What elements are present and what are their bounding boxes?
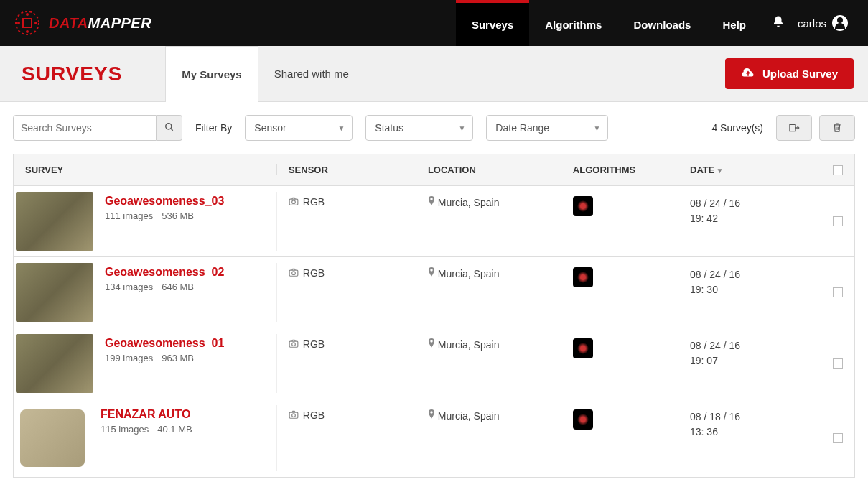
location-cell: Murcia, Spain [416, 192, 561, 251]
cloud-upload-icon [741, 67, 755, 80]
algorithm-icon [577, 200, 589, 212]
algorithm-badge[interactable] [573, 267, 593, 287]
table-row[interactable]: Geoawesomeness_03 111 images536 MB RGB M… [14, 186, 854, 257]
search-input[interactable] [13, 115, 157, 141]
survey-meta: 134 images646 MB [105, 282, 224, 292]
svg-point-9 [291, 200, 295, 204]
search-icon [164, 122, 174, 132]
username: carlos [798, 17, 826, 29]
tabs: My Surveys Shared with me [165, 46, 365, 102]
pin-icon [428, 340, 435, 351]
pin-icon [428, 269, 435, 279]
table-row[interactable]: Geoawesomeness_02 134 images646 MB RGB M… [14, 257, 854, 328]
bell-icon[interactable] [772, 15, 785, 32]
page-title: SURVEYS [22, 62, 122, 85]
search-button[interactable] [157, 115, 182, 141]
survey-info: Geoawesomeness_03 111 images536 MB [105, 192, 224, 251]
survey-name[interactable]: FENAZAR AUTO [101, 408, 201, 421]
col-location[interactable]: LOCATION [416, 164, 561, 175]
sensor-filter[interactable]: Sensor▼ [245, 115, 353, 141]
check-cell [821, 192, 854, 251]
col-select-all [821, 165, 854, 175]
tab-my-surveys[interactable]: My Surveys [165, 46, 258, 102]
nav-right: carlos [772, 15, 855, 32]
user-menu[interactable]: carlos [798, 15, 848, 31]
survey-name[interactable]: Geoawesomeness_03 [105, 195, 224, 208]
survey-name[interactable]: Geoawesomeness_02 [105, 266, 224, 279]
camera-icon [289, 197, 299, 208]
survey-meta: 115 images40.1 MB [101, 424, 201, 435]
survey-thumbnail[interactable] [16, 263, 93, 322]
chevron-down-icon: ▼ [593, 124, 600, 132]
col-sensor[interactable]: SENSOR [276, 164, 416, 175]
algorithm-badge[interactable] [573, 338, 593, 358]
row-checkbox[interactable] [833, 216, 843, 226]
surveys-table: SURVEY SENSOR LOCATION ALGORITHMS DATE▼ … [13, 154, 855, 478]
nav-surveys[interactable]: Surveys [456, 0, 529, 46]
status-filter[interactable]: Status▼ [365, 115, 473, 141]
select-all-checkbox[interactable] [833, 165, 843, 175]
algorithms-cell [561, 334, 678, 393]
table-row[interactable]: Geoawesomeness_01 199 images963 MB RGB M… [14, 328, 854, 399]
sensor-cell: RGB [276, 263, 416, 322]
algorithms-cell [561, 405, 678, 471]
svg-rect-1 [23, 19, 32, 27]
col-survey[interactable]: SURVEY [14, 164, 276, 175]
date-cell: 08 / 24 / 1619: 07 [678, 334, 821, 393]
table-header: SURVEY SENSOR LOCATION ALGORITHMS DATE▼ [14, 154, 854, 186]
algorithm-badge[interactable] [573, 409, 593, 430]
sensor-cell: RGB [276, 405, 416, 471]
table-row[interactable]: FENAZAR AUTO 115 images40.1 MB RGB Murci… [14, 399, 854, 477]
delete-button[interactable] [819, 115, 855, 141]
nav-downloads[interactable]: Downloads [617, 0, 706, 46]
bulk-actions [776, 115, 855, 141]
location-cell: Murcia, Spain [416, 263, 561, 322]
survey-cell: Geoawesomeness_03 111 images536 MB [14, 192, 276, 251]
survey-info: Geoawesomeness_01 199 images963 MB [105, 334, 224, 393]
survey-thumbnail[interactable] [16, 334, 93, 393]
col-date[interactable]: DATE▼ [678, 164, 821, 175]
svg-point-15 [291, 414, 295, 417]
sensor-cell: RGB [276, 192, 416, 251]
survey-thumbnail[interactable] [16, 192, 93, 251]
row-checkbox[interactable] [833, 287, 843, 297]
survey-meta: 111 images536 MB [105, 210, 224, 221]
svg-point-4 [17, 22, 20, 24]
survey-name[interactable]: Geoawesomeness_01 [105, 337, 224, 350]
subheader: SURVEYS My Surveys Shared with me Upload… [0, 46, 868, 102]
row-checkbox[interactable] [833, 433, 843, 443]
upload-label: Upload Survey [762, 68, 838, 80]
svg-point-5 [34, 22, 37, 24]
survey-thumbnail[interactable] [20, 409, 85, 467]
survey-count: 4 Survey(s) [711, 122, 763, 134]
upload-survey-button[interactable]: Upload Survey [725, 58, 854, 89]
date-range-filter[interactable]: Date Range▼ [486, 115, 608, 141]
header: DATAMAPPER Surveys Algorithms Downloads … [0, 0, 868, 46]
location-cell: Murcia, Spain [416, 405, 561, 471]
check-cell [821, 405, 854, 471]
nav-help[interactable]: Help [706, 0, 762, 46]
svg-point-13 [291, 343, 295, 346]
pin-icon [428, 198, 435, 208]
algorithm-badge[interactable] [573, 196, 593, 216]
tab-shared[interactable]: Shared with me [258, 46, 365, 102]
export-button[interactable] [776, 115, 812, 141]
date-cell: 08 / 24 / 1619: 42 [678, 192, 821, 251]
svg-point-3 [26, 30, 29, 33]
survey-cell: Geoawesomeness_01 199 images963 MB [14, 334, 276, 393]
logo-icon [13, 9, 42, 37]
algorithms-cell [561, 192, 678, 251]
algorithm-icon [577, 343, 589, 354]
logo[interactable]: DATAMAPPER [13, 9, 151, 37]
row-checkbox[interactable] [833, 358, 843, 369]
check-cell [821, 334, 854, 393]
camera-icon [289, 268, 299, 279]
nav-algorithms[interactable]: Algorithms [529, 0, 617, 46]
chevron-down-icon: ▼ [337, 124, 345, 132]
filter-bar: Filter By Sensor▼ Status▼ Date Range▼ 4 … [0, 102, 868, 154]
pin-icon [428, 411, 435, 422]
logo-text: DATAMAPPER [49, 15, 151, 32]
search-group [13, 115, 182, 141]
svg-point-11 [291, 272, 295, 275]
col-algorithms[interactable]: ALGORITHMS [561, 164, 678, 175]
